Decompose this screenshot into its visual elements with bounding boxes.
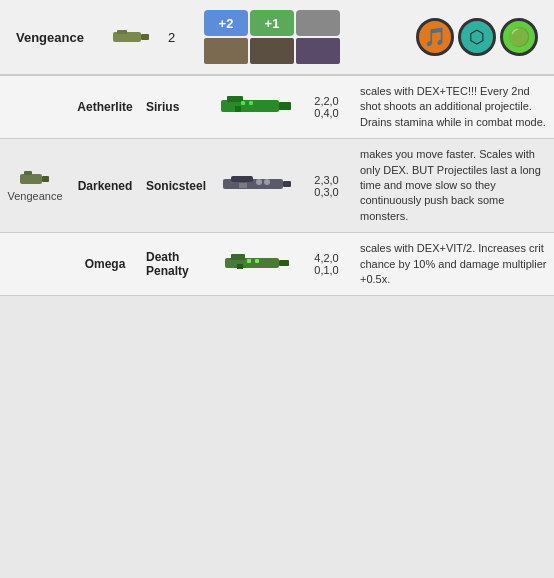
color-grid: +2 +1: [204, 10, 340, 64]
icon-circles: 🎵 ⬡ 🟢: [416, 18, 538, 56]
svg-rect-23: [255, 259, 259, 263]
name-sonicsteel: Sonicsteel: [140, 139, 215, 233]
row-label-vengeance: Vengeance: [0, 139, 70, 233]
top-number: 2: [168, 30, 188, 45]
orange-icon[interactable]: 🎵: [416, 18, 454, 56]
svg-rect-6: [235, 106, 241, 112]
tier-aetherlite: Aetherlite: [70, 76, 140, 139]
stats-aetherlite: 2,2,0 0,4,0: [299, 76, 354, 139]
color-purple: [296, 38, 340, 64]
gun-sprite-death: [225, 252, 289, 274]
svg-rect-20: [231, 254, 245, 260]
top-section: Vengeance 2 +2 +1 🎵 ⬡ 🟢: [0, 0, 554, 76]
top-gun-icon: [112, 23, 152, 51]
color-darkbrown: [250, 38, 294, 64]
weapons-table: Aetherlite Sirius 2,2,0 0,4,0 scales wit…: [0, 76, 554, 296]
plus1-button[interactable]: +1: [250, 10, 294, 36]
desc-omega: scales with DEX+VIT/2. Increases crit ch…: [354, 233, 554, 296]
stats-sonicsteel: 2,3,0 0,3,0: [299, 139, 354, 233]
svg-rect-13: [231, 176, 253, 182]
top-label: Vengeance: [16, 30, 96, 45]
svg-rect-9: [20, 174, 42, 184]
desc-aetherlite: scales with DEX+TEC!!! Every 2nd shot sh…: [354, 76, 554, 139]
svg-point-16: [256, 179, 262, 185]
table-row: Vengeance Darkened Sonicsteel 2,3,0 0,3,…: [0, 139, 554, 233]
name-death-penalty: Death Penalty: [140, 233, 215, 296]
svg-rect-10: [42, 176, 49, 182]
row-label-aetherlite: [0, 76, 70, 139]
tier-omega: Omega: [70, 233, 140, 296]
teal-icon[interactable]: ⬡: [458, 18, 496, 56]
desc-sonicsteel: makes you move faster. Scales with only …: [354, 139, 554, 233]
svg-rect-19: [279, 260, 289, 266]
svg-rect-8: [249, 101, 253, 105]
green-icon[interactable]: 🟢: [500, 18, 538, 56]
name-sirius: Sirius: [140, 76, 215, 139]
table-row: Aetherlite Sirius 2,2,0 0,4,0 scales wit…: [0, 76, 554, 139]
table-row: Omega Death Penalty 4,2,0 0,1,0 scales w…: [0, 233, 554, 296]
gray-button[interactable]: [296, 10, 340, 36]
gun-sprite-aetherlite: [221, 94, 293, 118]
vengeance-icon: [20, 170, 50, 188]
tier-darkened: Darkened: [70, 139, 140, 233]
svg-rect-21: [237, 264, 243, 269]
svg-rect-22: [247, 259, 251, 263]
weapon-aetherlite: [215, 76, 299, 139]
svg-rect-15: [239, 183, 247, 188]
svg-rect-1: [141, 34, 149, 40]
svg-rect-4: [279, 102, 291, 110]
plus2-button[interactable]: +2: [204, 10, 248, 36]
color-brown: [204, 38, 248, 64]
svg-rect-14: [283, 181, 291, 187]
svg-rect-11: [24, 171, 32, 175]
weapon-sonicsteel: [215, 139, 299, 233]
svg-rect-5: [227, 96, 243, 102]
svg-point-17: [264, 179, 270, 185]
row-label-omega: [0, 233, 70, 296]
svg-rect-2: [117, 30, 127, 34]
vengeance-row-label: Vengeance: [7, 190, 62, 202]
gun-sprite-sonicsteel: [223, 172, 291, 196]
weapon-death: [215, 233, 299, 296]
stats-omega: 4,2,0 0,1,0: [299, 233, 354, 296]
svg-rect-7: [241, 101, 245, 105]
